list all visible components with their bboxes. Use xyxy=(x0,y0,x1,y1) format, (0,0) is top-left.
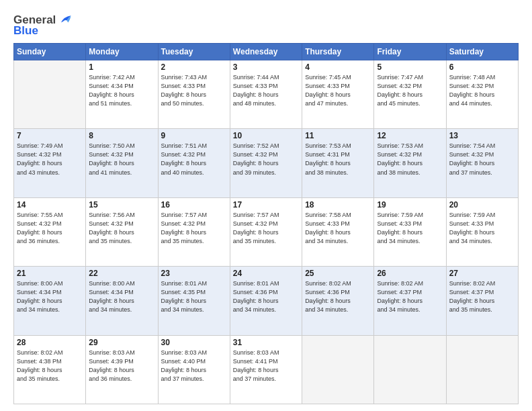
day-number: 20 xyxy=(449,200,515,210)
calendar-cell: 22Sunrise: 8:00 AMSunset: 4:34 PMDayligh… xyxy=(86,267,158,335)
day-info: Sunrise: 7:54 AMSunset: 4:32 PMDaylight:… xyxy=(449,142,515,177)
calendar-cell: 6Sunrise: 7:48 AMSunset: 4:32 PMDaylight… xyxy=(446,60,518,129)
calendar-cell: 21Sunrise: 8:00 AMSunset: 4:34 PMDayligh… xyxy=(14,267,86,335)
calendar-cell: 26Sunrise: 8:02 AMSunset: 4:37 PMDayligh… xyxy=(374,267,446,335)
calendar-cell xyxy=(14,60,86,129)
calendar-cell: 15Sunrise: 7:56 AMSunset: 4:32 PMDayligh… xyxy=(86,197,158,266)
calendar-week-row: 7Sunrise: 7:49 AMSunset: 4:32 PMDaylight… xyxy=(14,129,519,197)
calendar-cell: 4Sunrise: 7:45 AMSunset: 4:33 PMDaylight… xyxy=(302,60,374,129)
day-info: Sunrise: 7:53 AMSunset: 4:31 PMDaylight:… xyxy=(305,142,371,177)
calendar-cell: 10Sunrise: 7:52 AMSunset: 4:32 PMDayligh… xyxy=(230,129,302,197)
day-number: 14 xyxy=(17,200,83,210)
calendar-cell: 2Sunrise: 7:43 AMSunset: 4:33 PMDaylight… xyxy=(158,60,230,129)
calendar-cell: 13Sunrise: 7:54 AMSunset: 4:32 PMDayligh… xyxy=(446,129,518,197)
day-number: 17 xyxy=(233,200,299,210)
day-number: 8 xyxy=(89,131,154,140)
day-number: 13 xyxy=(449,131,515,140)
day-number: 2 xyxy=(161,62,227,72)
calendar-cell: 14Sunrise: 7:55 AMSunset: 4:32 PMDayligh… xyxy=(14,197,86,266)
calendar-header-thursday: Thursday xyxy=(302,44,374,60)
day-info: Sunrise: 7:58 AMSunset: 4:33 PMDaylight:… xyxy=(305,211,371,246)
calendar-cell: 24Sunrise: 8:01 AMSunset: 4:36 PMDayligh… xyxy=(230,267,302,335)
calendar-cell: 29Sunrise: 8:03 AMSunset: 4:39 PMDayligh… xyxy=(86,335,158,404)
calendar-header-wednesday: Wednesday xyxy=(230,44,302,60)
day-number: 23 xyxy=(161,269,227,278)
day-info: Sunrise: 7:59 AMSunset: 4:33 PMDaylight:… xyxy=(377,211,443,246)
day-number: 5 xyxy=(377,62,443,72)
day-info: Sunrise: 7:57 AMSunset: 4:32 PMDaylight:… xyxy=(233,211,299,246)
day-number: 30 xyxy=(161,338,227,347)
day-info: Sunrise: 8:02 AMSunset: 4:37 PMDaylight:… xyxy=(377,279,443,314)
day-info: Sunrise: 7:47 AMSunset: 4:32 PMDaylight:… xyxy=(377,73,443,108)
day-info: Sunrise: 8:03 AMSunset: 4:39 PMDaylight:… xyxy=(89,349,154,383)
calendar-cell: 27Sunrise: 8:02 AMSunset: 4:37 PMDayligh… xyxy=(446,267,518,335)
calendar-header-sunday: Sunday xyxy=(14,44,86,60)
calendar-cell: 23Sunrise: 8:01 AMSunset: 4:35 PMDayligh… xyxy=(158,267,230,335)
day-info: Sunrise: 8:03 AMSunset: 4:41 PMDaylight:… xyxy=(233,349,299,383)
calendar-cell: 1Sunrise: 7:42 AMSunset: 4:34 PMDaylight… xyxy=(86,60,158,129)
calendar-cell: 8Sunrise: 7:50 AMSunset: 4:32 PMDaylight… xyxy=(86,129,158,197)
day-info: Sunrise: 7:49 AMSunset: 4:32 PMDaylight:… xyxy=(17,142,83,177)
calendar-cell: 20Sunrise: 7:59 AMSunset: 4:33 PMDayligh… xyxy=(446,197,518,266)
day-number: 3 xyxy=(233,62,299,72)
calendar-week-row: 21Sunrise: 8:00 AMSunset: 4:34 PMDayligh… xyxy=(14,267,519,335)
calendar-cell xyxy=(374,335,446,404)
day-number: 18 xyxy=(305,200,371,210)
day-info: Sunrise: 7:51 AMSunset: 4:32 PMDaylight:… xyxy=(161,142,227,177)
day-info: Sunrise: 7:50 AMSunset: 4:32 PMDaylight:… xyxy=(89,142,154,177)
day-number: 11 xyxy=(305,131,371,140)
calendar-cell: 28Sunrise: 8:02 AMSunset: 4:38 PMDayligh… xyxy=(14,335,86,404)
calendar-week-row: 28Sunrise: 8:02 AMSunset: 4:38 PMDayligh… xyxy=(14,335,519,404)
day-info: Sunrise: 7:55 AMSunset: 4:32 PMDaylight:… xyxy=(17,211,83,246)
day-number: 19 xyxy=(377,200,443,210)
page: General Blue SundayMondayTuesdayWednesda… xyxy=(0,0,532,411)
day-info: Sunrise: 7:48 AMSunset: 4:32 PMDaylight:… xyxy=(449,73,515,108)
day-info: Sunrise: 7:44 AMSunset: 4:33 PMDaylight:… xyxy=(233,73,299,108)
day-number: 1 xyxy=(89,62,154,72)
day-number: 9 xyxy=(161,131,227,140)
day-number: 16 xyxy=(161,200,227,210)
calendar-cell: 30Sunrise: 8:03 AMSunset: 4:40 PMDayligh… xyxy=(158,335,230,404)
calendar-cell: 12Sunrise: 7:53 AMSunset: 4:32 PMDayligh… xyxy=(374,129,446,197)
day-number: 22 xyxy=(89,269,154,278)
day-info: Sunrise: 8:02 AMSunset: 4:36 PMDaylight:… xyxy=(305,279,371,314)
day-number: 31 xyxy=(233,338,299,347)
logo-bird-icon xyxy=(57,12,72,27)
calendar-table: SundayMondayTuesdayWednesdayThursdayFrid… xyxy=(13,43,519,404)
calendar-header-saturday: Saturday xyxy=(446,44,518,60)
day-number: 15 xyxy=(89,200,154,210)
calendar-header-row: SundayMondayTuesdayWednesdayThursdayFrid… xyxy=(14,44,519,60)
calendar-cell: 5Sunrise: 7:47 AMSunset: 4:32 PMDaylight… xyxy=(374,60,446,129)
day-info: Sunrise: 7:53 AMSunset: 4:32 PMDaylight:… xyxy=(377,142,443,177)
day-info: Sunrise: 8:00 AMSunset: 4:34 PMDaylight:… xyxy=(17,279,83,314)
calendar-cell: 9Sunrise: 7:51 AMSunset: 4:32 PMDaylight… xyxy=(158,129,230,197)
calendar-header-friday: Friday xyxy=(374,44,446,60)
day-number: 10 xyxy=(233,131,299,140)
calendar-cell: 17Sunrise: 7:57 AMSunset: 4:32 PMDayligh… xyxy=(230,197,302,266)
calendar-cell: 25Sunrise: 8:02 AMSunset: 4:36 PMDayligh… xyxy=(302,267,374,335)
day-info: Sunrise: 8:03 AMSunset: 4:40 PMDaylight:… xyxy=(161,349,227,383)
calendar-cell xyxy=(302,335,374,404)
day-number: 29 xyxy=(89,338,154,347)
day-number: 6 xyxy=(449,62,515,72)
day-number: 7 xyxy=(17,131,83,140)
calendar-cell: 19Sunrise: 7:59 AMSunset: 4:33 PMDayligh… xyxy=(374,197,446,266)
day-info: Sunrise: 8:02 AMSunset: 4:37 PMDaylight:… xyxy=(449,279,515,314)
day-info: Sunrise: 8:00 AMSunset: 4:34 PMDaylight:… xyxy=(89,279,154,314)
day-info: Sunrise: 7:59 AMSunset: 4:33 PMDaylight:… xyxy=(449,211,515,246)
calendar-header-monday: Monday xyxy=(86,44,158,60)
day-info: Sunrise: 8:01 AMSunset: 4:36 PMDaylight:… xyxy=(233,279,299,314)
calendar-cell: 16Sunrise: 7:57 AMSunset: 4:32 PMDayligh… xyxy=(158,197,230,266)
calendar-cell: 7Sunrise: 7:49 AMSunset: 4:32 PMDaylight… xyxy=(14,129,86,197)
day-info: Sunrise: 8:01 AMSunset: 4:35 PMDaylight:… xyxy=(161,279,227,314)
calendar-week-row: 1Sunrise: 7:42 AMSunset: 4:34 PMDaylight… xyxy=(14,60,519,129)
day-info: Sunrise: 7:56 AMSunset: 4:32 PMDaylight:… xyxy=(89,211,154,246)
calendar-header-tuesday: Tuesday xyxy=(158,44,230,60)
day-info: Sunrise: 7:45 AMSunset: 4:33 PMDaylight:… xyxy=(305,73,371,108)
day-info: Sunrise: 7:52 AMSunset: 4:32 PMDaylight:… xyxy=(233,142,299,177)
day-number: 4 xyxy=(305,62,371,72)
calendar-cell: 18Sunrise: 7:58 AMSunset: 4:33 PMDayligh… xyxy=(302,197,374,266)
day-info: Sunrise: 7:57 AMSunset: 4:32 PMDaylight:… xyxy=(161,211,227,246)
day-info: Sunrise: 7:42 AMSunset: 4:34 PMDaylight:… xyxy=(89,73,154,108)
day-number: 26 xyxy=(377,269,443,278)
